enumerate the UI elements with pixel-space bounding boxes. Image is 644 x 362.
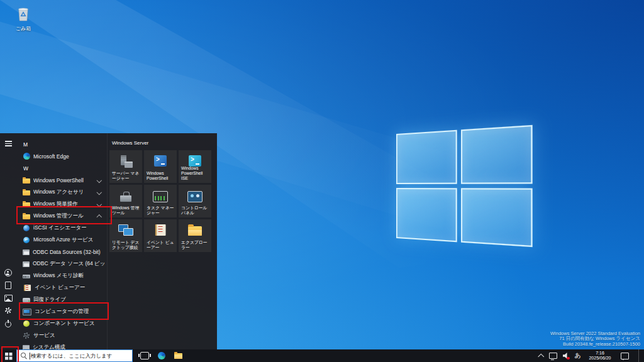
- search-input[interactable]: [31, 353, 132, 359]
- app-list-label: M: [23, 141, 28, 148]
- task-view-button[interactable]: [140, 352, 149, 359]
- show-desktop-button[interactable]: [638, 349, 641, 362]
- app-list-folder[interactable]: Windows 簡単操作: [16, 198, 107, 210]
- rail-pictures-button[interactable]: [0, 292, 16, 304]
- clock-time: 7:16: [587, 351, 613, 356]
- clock-date: 2025/06/20: [587, 356, 613, 361]
- edge-taskbar-button[interactable]: [158, 352, 165, 359]
- start-tile[interactable]: イベント ビューアー: [144, 219, 177, 252]
- rail-menu-button[interactable]: [0, 137, 16, 150]
- tile-label: Windows PowerShell: [147, 171, 175, 181]
- tile-label: コントロール パネル: [181, 206, 210, 216]
- app-list-folder[interactable]: Windows アクセサリ: [16, 186, 107, 198]
- tile-label: タスク マネージャー: [147, 206, 175, 216]
- search-icon: [21, 353, 27, 359]
- app-list-item[interactable]: ODBC データ ソース (64 ビット): [16, 258, 107, 270]
- tile-label: エクスプローラー: [181, 240, 210, 250]
- start-tile[interactable]: Windows PowerShell: [144, 150, 177, 183]
- tile-label: Windows 管理ツール: [112, 206, 141, 216]
- start-tile[interactable]: タスク マネージャー: [144, 185, 177, 217]
- windows-logo-pane: [396, 130, 457, 184]
- app-list-label: サービス: [33, 332, 55, 339]
- app-list-item[interactable]: Microsoft Edge: [16, 150, 107, 162]
- app-list-label: イベント ビューアー: [35, 284, 85, 292]
- folder-icon: [23, 178, 30, 184]
- start-tile[interactable]: Windows PowerShell ISE: [179, 150, 211, 183]
- power-icon: [5, 321, 11, 327]
- taskbar-clock[interactable]: 7:16 2025/06/20: [587, 351, 613, 361]
- chevron-up-icon: [96, 215, 101, 220]
- start-tile[interactable]: リモート デスクトップ接続: [109, 219, 142, 252]
- event-icon: [24, 285, 31, 291]
- tile-grid: サーバー マネージャーWindows PowerShellWindows Pow…: [109, 150, 211, 252]
- chevron-down-icon: [96, 202, 101, 207]
- taskbar-search-box[interactable]: [16, 349, 133, 362]
- recycle-bin-label: ごみ箱: [9, 25, 38, 32]
- file-explorer-taskbar-button[interactable]: [174, 353, 182, 359]
- app-list-item[interactable]: iSCSI イニシエーター: [16, 222, 107, 234]
- app-list-item[interactable]: ODBC Data Sources (32-bit): [16, 246, 107, 258]
- app-list-label: Windows アクセサリ: [33, 189, 84, 196]
- app-list-section-header[interactable]: W: [16, 162, 107, 174]
- start-tile[interactable]: サーバー マネージャー: [109, 150, 142, 183]
- recycle-bin-icon: [16, 5, 31, 22]
- start-tile[interactable]: エクスプローラー: [179, 219, 211, 252]
- memory-icon: [23, 275, 30, 278]
- app-list-item[interactable]: Windows メモリ診断: [16, 270, 107, 282]
- ime-indicator[interactable]: あ: [575, 353, 581, 359]
- recycle-bin-shortcut[interactable]: ごみ箱: [9, 5, 38, 32]
- volume-muted-icon[interactable]: [563, 353, 569, 359]
- app-list-item[interactable]: イベント ビューアー: [16, 282, 107, 293]
- rail-power-button[interactable]: [0, 317, 16, 329]
- system-tray: あ 7:16 2025/06/20: [539, 349, 644, 362]
- drive-icon: [23, 298, 30, 302]
- start-menu-app-list: MMicrosoft EdgeWWindows PowerShellWindow…: [16, 133, 107, 352]
- powershell-icon: [154, 155, 167, 167]
- app-list-label: 回復ドライブ: [33, 296, 66, 304]
- app-list-section-header[interactable]: M: [16, 138, 107, 150]
- windows-logo-pane: [461, 188, 533, 247]
- task-manager-icon: [153, 191, 168, 202]
- folder-icon: [23, 202, 30, 207]
- hamburger-icon: [5, 141, 12, 146]
- start-tile[interactable]: コントロール パネル: [179, 185, 211, 217]
- start-menu-tiles-area: Windows Server サーバー マネージャーWindows PowerS…: [107, 133, 217, 352]
- app-list-label: ODBC Data Sources (32-bit): [33, 249, 101, 255]
- app-list-folder[interactable]: Windows 管理ツール: [16, 210, 107, 222]
- windows-logo-icon: [5, 353, 8, 356]
- app-list-item[interactable]: 回復ドライブ: [16, 293, 107, 305]
- taskbar: あ 7:16 2025/06/20: [0, 349, 644, 362]
- app-list-folder[interactable]: Windows PowerShell: [16, 174, 107, 186]
- hidden-icons-chevron-icon[interactable]: [538, 354, 544, 359]
- control-panel-icon: [187, 191, 203, 202]
- start-button[interactable]: [0, 349, 16, 362]
- windows-logo-pane: [461, 125, 533, 184]
- app-list-label: コンポーネント サービス: [33, 320, 95, 327]
- app-list-item[interactable]: コンポーネント サービス: [16, 317, 107, 329]
- app-list-label: iSCSI イニシエーター: [33, 224, 87, 232]
- action-center-icon[interactable]: [621, 353, 629, 359]
- component-icon: [23, 321, 30, 327]
- app-list-item[interactable]: コンピューターの管理: [16, 305, 107, 317]
- start-tile[interactable]: Windows 管理ツール: [109, 185, 142, 217]
- powershell-ise-icon: [189, 155, 201, 167]
- tile-group-label[interactable]: Windows Server: [112, 140, 148, 146]
- computer-icon: [23, 309, 31, 315]
- folder-icon: [23, 214, 30, 219]
- event-icon: [155, 224, 166, 236]
- rail-account-button[interactable]: [0, 266, 16, 279]
- network-icon[interactable]: [549, 353, 557, 359]
- wallpaper-windows-logo: [396, 125, 533, 247]
- tile-label: Windows PowerShell ISE: [181, 166, 210, 181]
- rail-documents-button[interactable]: [0, 279, 16, 292]
- app-list-label: Microsoft Azure サービス: [33, 236, 94, 244]
- chevron-down-icon: [96, 190, 101, 195]
- app-list-item[interactable]: Microsoft Azure サービス: [16, 234, 107, 246]
- rail-settings-button[interactable]: [0, 304, 16, 317]
- app-list-item[interactable]: サービス: [16, 329, 107, 341]
- app-list-label: Microsoft Edge: [33, 153, 69, 160]
- gear-icon: [5, 307, 11, 314]
- watermark-line: Build 20348.fe_release.210507-1500: [550, 342, 640, 348]
- start-menu: MMicrosoft EdgeWWindows PowerShellWindow…: [0, 133, 217, 352]
- app-list-label: コンピューターの管理: [35, 308, 89, 315]
